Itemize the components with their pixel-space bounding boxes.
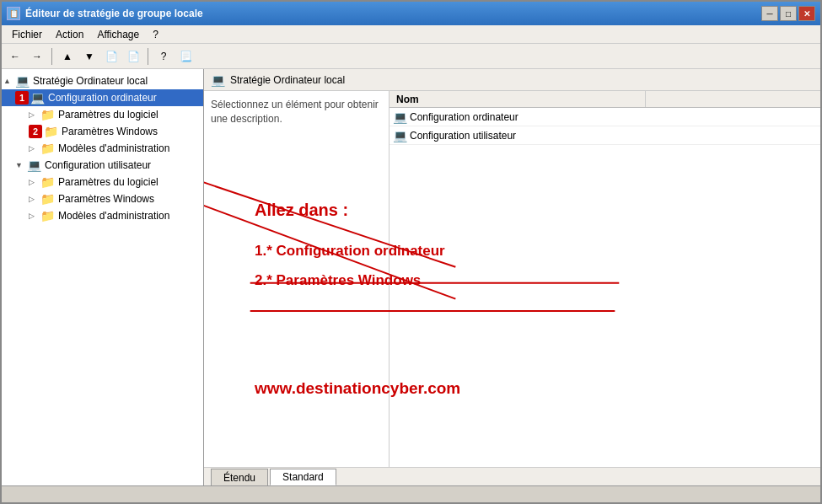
param-windows2-label: Paramètres Windows: [58, 193, 154, 205]
config-ordi-label: Configuration ordinateur: [48, 92, 157, 104]
list-pane: Nom 💻 Configuration ordinateur 💻 Configu…: [390, 91, 820, 467]
tab-etendu[interactable]: Étendu: [211, 469, 268, 485]
list-item-0[interactable]: 💻 Configuration ordinateur: [390, 108, 820, 126]
list-header: Nom: [390, 91, 820, 108]
list-item-1-label: Configuration utilisateur: [410, 130, 516, 142]
toolbar-separator-2: [148, 48, 149, 65]
content-panel: 💻 Stratégie Ordinateur local Sélectionne…: [204, 69, 820, 485]
param-logiciel2-arrow: ▷: [29, 178, 40, 186]
properties-button[interactable]: 📄: [123, 46, 143, 67]
modeles-admin2-label: Modèles d'administration: [58, 210, 169, 222]
config-user-label: Configuration utilisateur: [45, 159, 151, 171]
tree-item-config-ordi[interactable]: 1 💻 Configuration ordinateur: [2, 89, 203, 106]
maximize-button[interactable]: □: [780, 6, 797, 21]
config-ordi-icon: 💻: [30, 91, 46, 105]
title-bar: 📋 Éditeur de stratégie de groupe locale …: [2, 2, 820, 25]
tree-item-param-logiciel2[interactable]: ▷ 📁 Paramètres du logiciel: [2, 174, 203, 190]
param-logiciel2-icon: 📁: [40, 175, 56, 189]
tree-item-param-windows2[interactable]: ▷ 📁 Paramètres Windows: [2, 190, 203, 207]
param-windows2-arrow: ▷: [29, 195, 40, 203]
param-logiciel-arrow: ▷: [29, 110, 40, 119]
back-button[interactable]: ←: [5, 46, 25, 67]
menu-help[interactable]: ?: [146, 27, 165, 42]
forward-button[interactable]: →: [27, 46, 47, 67]
content-header: 💻 Stratégie Ordinateur local: [204, 69, 820, 91]
modeles-admin2-icon: 📁: [40, 209, 56, 223]
modeles-admin2-arrow: ▷: [29, 212, 40, 220]
status-bar: [2, 485, 820, 502]
param-logiciel2-label: Paramètres du logiciel: [58, 176, 158, 188]
param-logiciel-label: Paramètres du logiciel: [58, 109, 158, 121]
root-label: Stratégie Ordinateur local: [33, 75, 148, 87]
menu-action[interactable]: Action: [49, 27, 90, 42]
main-window: 📋 Éditeur de stratégie de groupe locale …: [0, 0, 822, 504]
root-icon: 💻: [15, 74, 30, 88]
app-icon: 📋: [7, 7, 20, 20]
tree-item-modeles-admin[interactable]: ▷ 📁 Modèles d'administration: [2, 140, 203, 157]
minimize-button[interactable]: ─: [761, 6, 778, 21]
export-button[interactable]: 📄: [101, 46, 121, 67]
close-button[interactable]: ✕: [798, 6, 815, 21]
list-item-0-label: Configuration ordinateur: [410, 111, 518, 123]
toolbar-separator-1: [51, 48, 53, 65]
description-pane: Sélectionnez un élément pour obtenir une…: [204, 91, 390, 467]
window-title: Éditeur de stratégie de groupe locale: [25, 8, 761, 19]
root-arrow: ▲: [3, 77, 15, 85]
tree-item-param-windows[interactable]: 2 📁 Paramètres Windows: [2, 123, 203, 140]
modeles-admin-arrow: ▷: [29, 144, 40, 153]
modeles-admin-icon: 📁: [40, 142, 56, 155]
badge-1: 1: [15, 91, 29, 105]
list-item-1-icon: 💻: [393, 129, 410, 142]
list-item-1[interactable]: 💻 Configuration utilisateur: [390, 126, 820, 145]
menu-bar: Fichier Action Affichage ?: [2, 25, 820, 44]
description-text: Sélectionnez un élément pour obtenir une…: [211, 98, 382, 126]
modeles-admin-label: Modèles d'administration: [58, 142, 169, 154]
param-windows2-icon: 📁: [40, 192, 56, 206]
param-windows-label: Paramètres Windows: [62, 126, 158, 137]
show-hide-button[interactable]: ▼: [79, 46, 99, 67]
tab-standard[interactable]: Standard: [270, 469, 336, 485]
tree-item-config-user[interactable]: ▼ 💻 Configuration utilisateur: [2, 157, 203, 174]
menu-affichage[interactable]: Affichage: [90, 27, 146, 42]
main-area: ▲ 💻 Stratégie Ordinateur local 1 💻 Confi…: [2, 69, 820, 485]
content-body: Sélectionnez un élément pour obtenir une…: [204, 91, 820, 467]
content-header-icon: 💻: [211, 73, 225, 87]
view-button[interactable]: 📃: [175, 46, 196, 67]
menu-fichier[interactable]: Fichier: [5, 27, 49, 42]
param-windows-icon: 📁: [44, 125, 59, 138]
list-item-0-icon: 💻: [393, 110, 410, 124]
col-header-name: Nom: [393, 91, 646, 107]
window-controls: ─ □ ✕: [761, 6, 815, 21]
content-header-title: Stratégie Ordinateur local: [230, 74, 345, 86]
toolbar: ← → ▲ ▼ 📄 📄 ? 📃: [2, 44, 820, 69]
tree-panel: ▲ 💻 Stratégie Ordinateur local 1 💻 Confi…: [2, 69, 204, 485]
badge-2: 2: [29, 125, 42, 138]
config-user-icon: 💻: [27, 158, 42, 172]
help-button[interactable]: ?: [153, 46, 174, 67]
config-user-arrow: ▼: [15, 161, 27, 169]
up-button[interactable]: ▲: [57, 46, 78, 67]
tree-root[interactable]: ▲ 💻 Stratégie Ordinateur local: [2, 72, 203, 89]
tree-item-modeles-admin2[interactable]: ▷ 📁 Modèles d'administration: [2, 207, 203, 224]
param-logiciel-icon: 📁: [40, 108, 56, 121]
tabs-bar: Étendu Standard: [204, 467, 820, 485]
tree-item-param-logiciel[interactable]: ▷ 📁 Paramètres du logiciel: [2, 106, 203, 123]
